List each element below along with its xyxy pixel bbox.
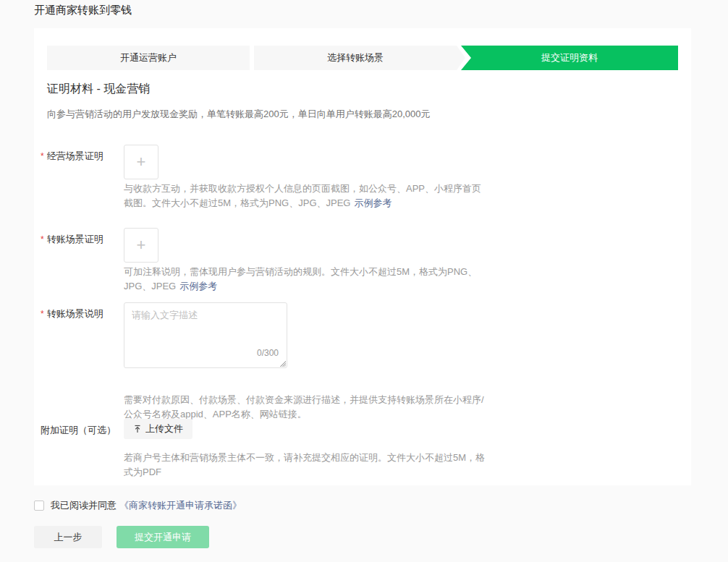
help-line-text: 截图。文件大小不超过5M，格式为PNG、JPG、JPEG xyxy=(124,197,350,208)
agreement-checkbox[interactable] xyxy=(34,501,44,511)
help-line: 与收款方互动，并获取收款方授权个人信息的页面截图，如公众号、APP、小程序首页 xyxy=(124,182,489,196)
step-open-account: 开通运营账户 xyxy=(47,46,250,70)
transfer-scene-upload-box[interactable]: + xyxy=(124,228,158,263)
help-line: 若商户号主体和营销场景主体不一致，请补充提交相应的证明。文件大小不超过5M，格 xyxy=(124,451,489,465)
additional-proof-help: 若商户号主体和营销场景主体不一致，请补充提交相应的证明。文件大小不超过5M，格 … xyxy=(124,451,489,480)
field-label-text: 转账场景说明 xyxy=(47,308,103,319)
step-open-account-label: 开通运营账户 xyxy=(120,52,177,63)
upload-arrow-icon xyxy=(133,425,142,433)
agreement-row: 我已阅读并同意 《商家转账开通申请承诺函》 xyxy=(34,499,242,512)
field-label-text: 附加证明（可选） xyxy=(41,425,116,435)
business-scene-help: 与收款方互动，并获取收款方授权个人信息的页面截图，如公众号、APP、小程序首页 … xyxy=(124,182,489,210)
required-asterisk: * xyxy=(41,234,44,244)
help-line: 可加注释说明，需体现用户参与营销活动的规则。文件大小不超过5M，格式为PNG、 xyxy=(124,265,489,279)
transfer-scene-help: 可加注释说明，需体现用户参与营销活动的规则。文件大小不超过5M，格式为PNG、 … xyxy=(124,265,489,294)
help-line-text: JPG、JPEG xyxy=(124,281,176,291)
submit-application-button[interactable]: 提交开通申请 xyxy=(117,526,209,548)
example-reference-link[interactable]: 示例参考 xyxy=(354,197,391,208)
transfer-scene-description-field: 0/300 xyxy=(124,302,287,368)
transfer-scene-description-help: 需要对付款原因、付款场景、付款资金来源进行描述，并提供支持转账场景所在小程序/ … xyxy=(124,393,489,422)
previous-step-button[interactable]: 上一步 xyxy=(34,526,102,548)
required-asterisk: * xyxy=(41,151,44,161)
plus-icon: + xyxy=(137,237,146,253)
step-select-scene: 选择转账场景 xyxy=(254,46,457,70)
help-line: 式为PDF xyxy=(124,465,489,480)
form-card: 开通运营账户 选择转账场景 提交证明资料 证明材料 - 现金营销 向参与营销活动… xyxy=(34,28,691,485)
upload-file-button-label: 上传文件 xyxy=(145,422,183,435)
step-submit-proof-label: 提交证明资料 xyxy=(541,52,598,63)
agreement-letter-link[interactable]: 《商家转账开通申请承诺函》 xyxy=(119,499,242,512)
field-label-text: 转账场景证明 xyxy=(47,234,103,244)
example-reference-link[interactable]: 示例参考 xyxy=(179,281,217,291)
help-line: 截图。文件大小不超过5M，格式为PNG、JPG、JPEG示例参考 xyxy=(124,196,489,210)
plus-icon: + xyxy=(137,154,146,170)
required-asterisk: * xyxy=(41,309,44,319)
help-line: JPG、JPEG示例参考 xyxy=(124,279,489,294)
step-bar: 开通运营账户 选择转账场景 提交证明资料 xyxy=(47,46,678,70)
business-scene-upload-box[interactable]: + xyxy=(124,145,158,179)
step-select-scene-label: 选择转账场景 xyxy=(327,52,384,63)
upload-file-button[interactable]: 上传文件 xyxy=(124,419,192,439)
field-label-text: 经营场景证明 xyxy=(47,150,103,161)
section-description: 向参与营销活动的用户发放现金奖励，单笔转账最高200元，单日向单用户转账最高20… xyxy=(47,108,430,121)
step-submit-proof-active: 提交证明资料 xyxy=(461,46,678,70)
page-title: 开通商家转账到零钱 xyxy=(34,4,132,17)
help-line: 需要对付款原因、付款场景、付款资金来源进行描述，并提供支持转账场景所在小程序/ xyxy=(124,393,489,407)
page: 开通商家转账到零钱 开通运营账户 选择转账场景 提交证明资料 证明材料 - 现金… xyxy=(0,0,728,562)
transfer-scene-description-input[interactable] xyxy=(124,302,287,368)
section-heading: 证明材料 - 现金营销 xyxy=(47,82,150,97)
agreement-text: 我已阅读并同意 xyxy=(51,499,117,512)
char-counter: 0/300 xyxy=(257,348,279,358)
